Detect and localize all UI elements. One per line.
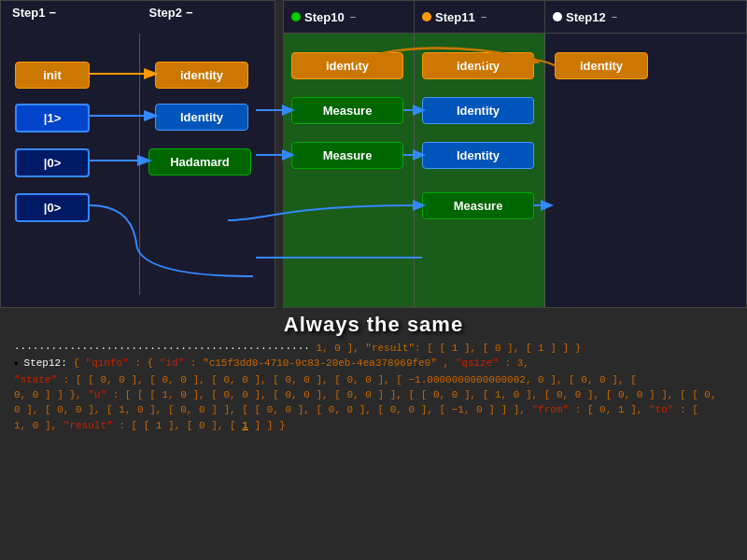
- id-val: "c15f3dd0-4710-9c83-20eb-4ea378969fe0": [203, 357, 437, 369]
- u-key: "u": [88, 389, 106, 400]
- bullet-step12: • Step12: { "qinfo" : { "id" : "c15f3dd0…: [14, 357, 733, 371]
- step10-header: Step10 −: [284, 1, 415, 33]
- result-key: "result": [63, 420, 113, 431]
- code-line-1: ········································…: [14, 342, 733, 355]
- state-key: "state": [14, 374, 57, 385]
- step10-minus[interactable]: −: [350, 11, 356, 22]
- node-hadamard[interactable]: Hadamard: [148, 148, 251, 175]
- step11-minus[interactable]: −: [481, 11, 486, 22]
- result-close: ] ] }: [254, 420, 285, 431]
- code-line-5: 0 ], [ 0, 0 ], [ 1, 0 ], [ 0, 0 ] ], [ […: [14, 403, 733, 416]
- node-ket1[interactable]: |1>: [15, 104, 90, 133]
- step2-header: Step2 −: [138, 1, 275, 24]
- step12-header: Step12 −: [545, 1, 746, 33]
- step1-minus[interactable]: −: [49, 6, 56, 20]
- step11-content: identity Identity Identity Measure: [415, 34, 545, 307]
- step10-circle: [291, 12, 301, 21]
- step1-label: Step1: [12, 6, 45, 20]
- result-line: 1, 0 ],: [14, 420, 63, 431]
- diagram-area: Step1 − Step2 − init |1> |0> |0> identit…: [0, 0, 747, 308]
- qsize-part: ,: [444, 357, 456, 369]
- node-identity-cap-s11-2[interactable]: Identity: [422, 142, 534, 169]
- code-line-4: 0, 0 ] ] }, "u" : [ [ [ 1, 0 ], [ 0, 0 ]…: [14, 388, 733, 401]
- node-measure-s10-2[interactable]: Measure: [291, 142, 403, 169]
- always-same-caption: Always the same: [14, 313, 733, 337]
- qsize-val: : 3,: [505, 357, 529, 369]
- node-identity-cap-s11-1[interactable]: Identity: [422, 97, 534, 124]
- bullet-content: Step12: { "qinfo" : { "id" : "c15f3dd0-4…: [24, 357, 529, 371]
- bullet-dot: •: [14, 357, 19, 371]
- id-key: "id": [160, 357, 184, 369]
- node-identity-s2[interactable]: identity: [155, 62, 248, 89]
- u-cont: 0 ], [ 0, 0 ], [ 1, 0 ], [ 0, 0 ] ], [ […: [14, 404, 532, 415]
- u-val: : [ [ [ 1, 0 ], [ 0, 0 ], [ 0, 0 ], [ 0,…: [113, 389, 717, 400]
- result-val: : [ [ 1 ], [ 0 ], [: [119, 420, 242, 431]
- node-identity-s10[interactable]: identity: [291, 52, 403, 79]
- to-key: "to": [649, 404, 673, 415]
- code-line-6: 1, 0 ], "result" : [ [ 1 ], [ 0 ], [ 1 ]…: [14, 419, 733, 432]
- id-colon: :: [190, 357, 203, 369]
- qsize-key: "qsize": [456, 357, 499, 369]
- step12-minus[interactable]: −: [612, 11, 617, 22]
- steps-1012-panel: Step10 − Step11 − Step12 − identity Meas…: [283, 0, 747, 308]
- steps-12-panel: Step1 − Step2 − init |1> |0> |0> identit…: [0, 0, 275, 308]
- step2-label: Step2: [149, 6, 182, 20]
- from-val: : [ 0, 1 ],: [575, 404, 649, 415]
- code-result-1: 1, 0 ], "result": [ [ 1 ], [ 0 ], [ 1 ] …: [316, 343, 581, 354]
- step10-content: identity Measure Measure: [284, 34, 415, 307]
- qinfo-colon: : {: [134, 357, 159, 369]
- step12-divider: [139, 34, 140, 295]
- node-measure-s11[interactable]: Measure: [422, 192, 534, 219]
- step11-label: Step11: [435, 10, 475, 24]
- node-ket0-1[interactable]: |0>: [15, 148, 90, 177]
- result-highlight: 1: [242, 420, 248, 431]
- node-measure-s10-1[interactable]: Measure: [291, 97, 403, 124]
- step11-circle: [422, 12, 431, 21]
- step10-label: Step10: [304, 10, 345, 24]
- to-val: : [: [680, 404, 698, 415]
- steps-1012-content: identity Measure Measure identity Identi…: [284, 34, 746, 307]
- steps-1012-headers: Step10 − Step11 − Step12 −: [284, 1, 746, 34]
- step12-label: Step12: [566, 10, 606, 24]
- node-init[interactable]: init: [15, 62, 90, 89]
- from-key: "from": [532, 404, 570, 415]
- state-end: 0, 0 ] ] },: [14, 389, 88, 400]
- state-val: : [ [ 0, 0 ], [ 0, 0 ], [ 0, 0 ], [ 0, 0…: [63, 374, 637, 385]
- step11-header: Step11 −: [415, 1, 545, 33]
- text-area: Always the same ························…: [0, 308, 747, 439]
- node-identity-s11[interactable]: identity: [422, 52, 534, 79]
- node-ket0-2[interactable]: |0>: [15, 193, 90, 222]
- separator: [275, 0, 283, 308]
- code-line-3: "state" : [ [ 0, 0 ], [ 0, 0 ], [ 0, 0 ]…: [14, 373, 733, 386]
- step12-content: identity: [545, 34, 746, 307]
- step12-bullet-label: Step12:: [24, 357, 67, 369]
- step1-header: Step1 −: [1, 1, 138, 24]
- node-identity-cap-s2[interactable]: Identity: [155, 104, 248, 131]
- step2-minus[interactable]: −: [186, 6, 193, 20]
- step12-bullet-text: {: [73, 357, 85, 369]
- step12-circle: [553, 12, 562, 21]
- code-text-1a: ········································…: [14, 343, 310, 354]
- qinfo-key: "qinfo": [86, 357, 129, 369]
- node-identity-s12[interactable]: identity: [555, 52, 648, 79]
